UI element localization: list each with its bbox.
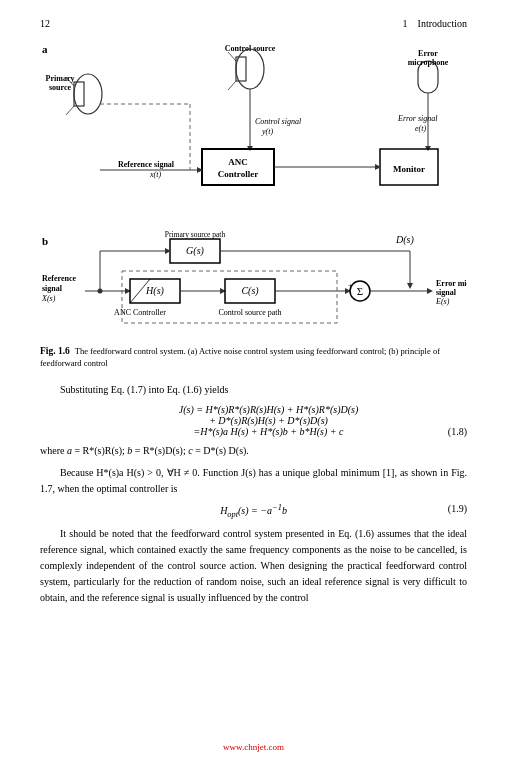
svg-text:Primary source path: Primary source path	[165, 231, 226, 239]
svg-point-72	[98, 289, 103, 294]
diagram-a: a Primary source Control source Error mi	[40, 39, 467, 229]
svg-line-10	[228, 81, 236, 90]
svg-text:signal: signal	[42, 284, 63, 293]
svg-marker-63	[407, 283, 413, 289]
svg-text:E(s): E(s)	[435, 297, 450, 306]
page-number: 12	[40, 18, 50, 29]
figure-area: a Primary source Control source Error mi	[40, 39, 467, 370]
svg-rect-23	[202, 149, 274, 185]
svg-text:Control signal: Control signal	[255, 117, 302, 126]
svg-text:Reference signal: Reference signal	[118, 160, 175, 169]
svg-line-9	[228, 52, 236, 61]
svg-text:D(s): D(s)	[395, 234, 414, 246]
watermark: www.chnjet.com	[223, 742, 284, 752]
svg-text:e(t): e(t)	[415, 124, 426, 133]
svg-text:a: a	[42, 43, 48, 55]
svg-text:Control source path: Control source path	[218, 308, 281, 317]
svg-text:Error: Error	[418, 49, 438, 58]
svg-point-7	[236, 49, 264, 89]
svg-text:Monitor: Monitor	[393, 164, 425, 174]
chapter-title: 1 Introduction	[403, 18, 467, 29]
svg-text:x(t): x(t)	[149, 170, 161, 179]
svg-text:H(s): H(s)	[145, 285, 164, 297]
svg-text:microphone: microphone	[408, 58, 449, 67]
svg-text:Control source: Control source	[225, 44, 276, 53]
chapter-name: Introduction	[418, 18, 467, 29]
where-text: where a = R*(s)R(s); b = R*(s)D(s); c = …	[40, 443, 467, 459]
body-text-1: It should be noted that the feedforward …	[40, 526, 467, 606]
svg-text:Error mic.: Error mic.	[436, 279, 467, 288]
svg-text:Controller: Controller	[218, 169, 258, 179]
eq1-line2: + D*(s)R(s)H(s) + D*(s)D(s)	[209, 415, 328, 426]
because-text: Because H*(s)a H(s) > 0, ∀H ≠ 0. Functio…	[40, 465, 467, 497]
chapter-number: 1	[403, 18, 408, 29]
eq1-number: (1.8)	[448, 426, 467, 437]
svg-text:source: source	[49, 83, 72, 92]
svg-text:ANC: ANC	[228, 157, 248, 167]
figure-caption: Fig. 1.6 The feedforward control system.…	[40, 345, 467, 370]
svg-text:C(s): C(s)	[241, 285, 259, 297]
svg-marker-68	[427, 288, 433, 294]
eq2: Hopt(s) = −a−1b	[220, 503, 287, 519]
svg-text:signal: signal	[436, 288, 457, 297]
svg-text:b: b	[42, 235, 48, 247]
svg-text:Error signal: Error signal	[397, 114, 438, 123]
diagram-b: b Reference signal X(s) H(s) ANC Control…	[40, 231, 467, 341]
eq2-number: (1.9)	[448, 503, 467, 514]
svg-text:+: +	[348, 281, 353, 290]
figure-caption-text: The feedforward control system. (a) Acti…	[40, 346, 440, 368]
svg-text:G(s): G(s)	[186, 245, 204, 257]
svg-text:X(s): X(s)	[41, 294, 56, 303]
figure-label: Fig. 1.6	[40, 346, 70, 356]
svg-text:Reference: Reference	[42, 274, 77, 283]
eq1-line1: J(s) = H*(s)R*(s)R(s)H(s) + H*(s)R*(s)D(…	[179, 404, 359, 415]
svg-text:Σ: Σ	[357, 285, 363, 297]
svg-line-4	[66, 106, 74, 115]
eq1-line3: =H*(s)a H(s) + H*(s)b + b*H(s) + c	[193, 426, 343, 437]
svg-text:y(t): y(t)	[261, 127, 273, 136]
svg-point-1	[74, 74, 102, 114]
svg-text:Primary: Primary	[46, 74, 75, 83]
math-section: Substituting Eq. (1.7) into Eq. (1.6) yi…	[40, 382, 467, 605]
substituting-text: Substituting Eq. (1.7) into Eq. (1.6) yi…	[40, 382, 467, 398]
